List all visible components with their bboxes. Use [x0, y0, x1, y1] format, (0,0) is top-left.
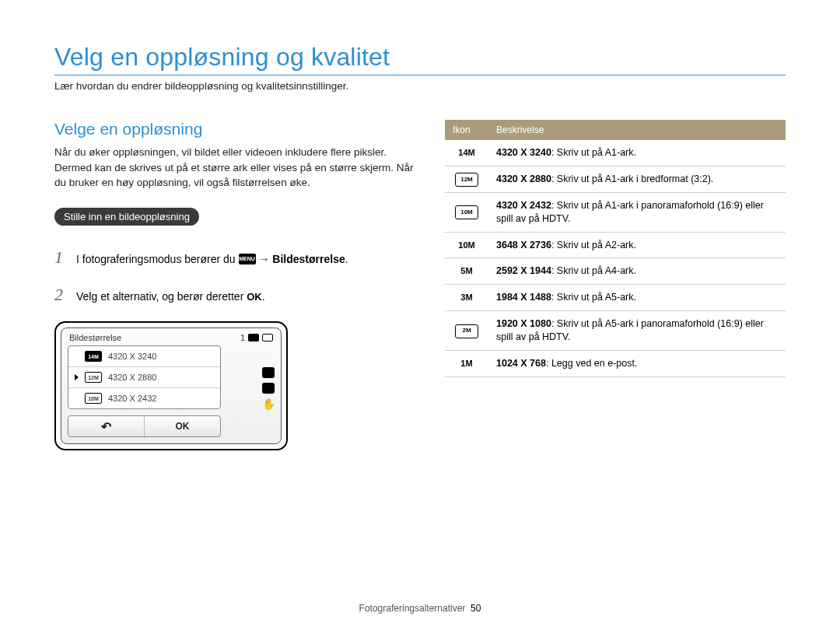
resolution-desc: : Skriv ut på A5-ark.: [551, 292, 636, 303]
title-rule: [54, 75, 786, 75]
section-heading: Velge en oppløsning: [54, 120, 415, 138]
footer-page: 50: [471, 603, 481, 614]
col-icon: Ikon: [445, 120, 488, 140]
resolution-icon: 10M: [455, 205, 478, 219]
mode-icon: [262, 367, 275, 378]
resolution-desc: : Skriv ut på A2-ark.: [551, 240, 636, 250]
col-desc: Beskrivelse: [488, 120, 786, 140]
arrow-icon: →: [258, 253, 269, 265]
procedure-pill: Stille inn en bildeoppløsning: [54, 208, 199, 226]
resolution-icon: 2M: [455, 324, 478, 338]
resolution-table: Ikon Beskrivelse 14M4320 X 3240: Skriv u…: [445, 120, 786, 377]
table-row: 2M1920 X 1080: Skriv ut på A5-ark i pano…: [445, 311, 786, 351]
footer-section: Fotograferingsalternativer: [359, 603, 466, 614]
resolution-menu[interactable]: 14M4320 X 324012M4320 X 288010M4320 X 24…: [68, 345, 221, 409]
back-arrow-icon: ↶: [101, 419, 111, 434]
resolution-value: 1920 X 1080: [496, 318, 551, 329]
resolution-icon: 12M: [85, 372, 102, 383]
resolution-icon: 14M: [85, 351, 102, 362]
resolution-label: 4320 X 2432: [108, 394, 156, 403]
table-row: 12M4320 X 2880: Skriv ut på A1-ark i bre…: [445, 166, 786, 192]
flash-icon: [262, 383, 275, 394]
counter: 1: [240, 333, 245, 342]
selection-marker: [75, 374, 79, 380]
resolution-icon: 1M: [455, 356, 478, 370]
step-1-text: I fotograferingsmodus berører du MENU → …: [76, 252, 348, 268]
resolution-desc: : Skriv ut på A1-ark.: [551, 147, 636, 158]
page-title: Velg en oppløsning og kvalitet: [54, 43, 786, 72]
table-row: 14M4320 X 3240: Skriv ut på A1-ark.: [445, 140, 786, 166]
step-2-text: Velg et alternativ, og berør deretter OK…: [76, 289, 265, 305]
device-frame: Bildestørrelse 1 ✋ 14M4320 X 324012M4320…: [54, 321, 288, 450]
resolution-value: 1024 X 768: [496, 358, 546, 369]
resolution-value: 2592 X 1944: [496, 265, 551, 276]
page-subtitle: Lær hvordan du endrer bildeoppløsning og…: [54, 80, 786, 92]
device-status-icons: 1: [240, 333, 273, 342]
step-2: 2 Velg et alternativ, og berør deretter …: [54, 283, 415, 307]
intro-paragraph: Når du øker oppløsningen, vil bildet ell…: [54, 145, 415, 191]
resolution-icon: 10M: [455, 238, 478, 252]
resolution-value: 4320 X 2880: [496, 173, 551, 184]
resolution-icon: 14M: [455, 145, 478, 159]
ok-button[interactable]: OK: [145, 416, 220, 436]
step-2-post: .: [262, 290, 265, 303]
step-1-pre: I fotograferingsmodus berører du: [76, 253, 239, 265]
resolution-icon: 3M: [455, 291, 478, 305]
page-footer: Fotograferingsalternativer 50: [0, 603, 840, 614]
resolution-label: 4320 X 3240: [108, 352, 156, 361]
step-number: 1: [54, 246, 67, 270]
device-title: Bildestørrelse: [69, 333, 121, 342]
step-1-target: Bildestørrelse: [272, 253, 345, 265]
battery-icon: [262, 334, 273, 342]
table-row: 5M2592 X 1944: Skriv ut på A4-ark.: [445, 258, 786, 285]
resolution-icon: 10M: [85, 393, 102, 404]
step-1: 1 I fotograferingsmodus berører du MENU …: [54, 246, 415, 270]
resolution-desc: : Skriv ut på A4-ark.: [551, 265, 636, 276]
table-row: 3M1984 X 1488: Skriv ut på A5-ark.: [445, 285, 786, 311]
resolution-value: 1984 X 1488: [496, 292, 551, 303]
sd-icon: [248, 334, 259, 342]
device-footer: ↶ OK: [68, 415, 221, 437]
resolution-icon: 5M: [455, 264, 478, 278]
menu-item[interactable]: 10M4320 X 2432: [68, 388, 220, 408]
resolution-value: 4320 X 2432: [496, 200, 551, 211]
step-2-pre: Velg et alternativ, og berør deretter: [76, 290, 247, 303]
back-button[interactable]: ↶: [68, 416, 144, 436]
ok-icon: OK: [247, 291, 262, 303]
device-side-icons: ✋: [262, 367, 275, 409]
table-row: 1M1024 X 768: Legg ved en e-post.: [445, 350, 786, 377]
menu-item[interactable]: 14M4320 X 3240: [68, 346, 220, 367]
table-row: 10M3648 X 2736: Skriv ut på A2-ark.: [445, 232, 786, 258]
menu-icon: MENU: [239, 254, 256, 264]
menu-item[interactable]: 12M4320 X 2880: [68, 367, 220, 388]
resolution-label: 4320 X 2880: [108, 373, 156, 382]
resolution-icon: 12M: [455, 173, 478, 187]
device-screen: Bildestørrelse 1 ✋ 14M4320 X 324012M4320…: [61, 328, 282, 444]
resolution-value: 4320 X 3240: [496, 147, 551, 158]
resolution-value: 3648 X 2736: [496, 240, 551, 250]
resolution-desc: : Skriv ut på A1-ark i bredformat (3:2).: [551, 173, 713, 184]
table-row: 10M4320 X 2432: Skriv ut på A1-ark i pan…: [445, 192, 786, 232]
resolution-desc: : Legg ved en e-post.: [546, 358, 637, 369]
step-number: 2: [54, 283, 67, 307]
hand-icon: ✋: [262, 398, 275, 409]
